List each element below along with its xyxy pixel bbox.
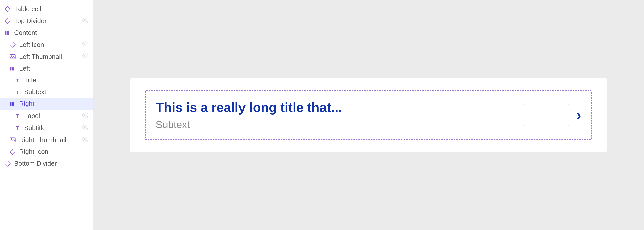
top-divider-label: Top Divider (14, 17, 82, 25)
table-cell-icon (4, 6, 11, 13)
bottom-divider-icon (4, 160, 11, 167)
subtext-label: Subtext (24, 88, 89, 96)
svg-marker-0 (5, 6, 10, 12)
sidebar-item-left-thumbnail[interactable]: Left Thumbnail (0, 51, 93, 63)
svg-rect-15 (12, 67, 13, 70)
content-label: Content (14, 29, 89, 37)
sidebar-item-left[interactable]: Left (0, 63, 93, 74)
svg-rect-19 (10, 102, 11, 106)
sidebar-item-left-icon[interactable]: Left Icon (0, 39, 93, 51)
svg-rect-4 (5, 31, 6, 35)
card-text: This is a really long title that... Subt… (156, 100, 516, 130)
svg-rect-5 (7, 31, 8, 35)
subtitle-icon: T (14, 124, 21, 131)
left-thumbnail-label: Left Thumbnail (19, 53, 82, 61)
top-divider-eye-icon[interactable] (82, 17, 89, 25)
sidebar: Table cellTop DividerContentLeft IconLef… (0, 0, 93, 230)
left-thumbnail-icon (9, 53, 16, 60)
sidebar-item-content[interactable]: Content (0, 27, 93, 39)
svg-text:T: T (16, 89, 19, 95)
svg-text:T: T (16, 125, 19, 131)
sidebar-item-label[interactable]: TLabel (0, 110, 93, 122)
sidebar-item-subtext[interactable]: TSubtext (0, 86, 93, 98)
subtitle-eye-icon[interactable] (82, 124, 89, 132)
bottom-divider-label: Bottom Divider (14, 160, 89, 167)
right-thumbnail-label: Right Thumbnail (19, 136, 82, 144)
main-content: This is a really long title that... Subt… (93, 0, 644, 230)
svg-marker-32 (10, 149, 15, 155)
label-label: Label (24, 112, 82, 120)
svg-marker-7 (10, 42, 15, 47)
svg-rect-10 (10, 54, 15, 59)
card-chevron: › (577, 107, 581, 123)
left-thumbnail-eye-icon[interactable] (82, 53, 89, 61)
svg-rect-14 (10, 67, 11, 70)
title-icon: T (14, 77, 21, 84)
sidebar-item-table-cell[interactable]: Table cell (0, 3, 93, 15)
right-label: Right (19, 100, 89, 108)
label-icon: T (14, 112, 21, 119)
svg-point-11 (11, 55, 12, 56)
right-thumbnail-eye-icon[interactable] (82, 136, 89, 144)
svg-text:T: T (16, 113, 19, 119)
title-label: Title (24, 76, 89, 84)
card-inner: This is a really long title that... Subt… (145, 90, 592, 140)
content-icon (4, 29, 11, 36)
left-icon-eye-icon[interactable] (82, 41, 89, 49)
svg-rect-28 (10, 138, 15, 142)
top-divider-icon (4, 17, 11, 24)
left-icon-icon (9, 41, 16, 48)
card-title: This is a really long title that... (156, 100, 516, 115)
left-icon-label: Left Icon (19, 41, 82, 49)
right-icon (9, 100, 16, 107)
svg-text:T: T (16, 78, 19, 83)
right-icon-icon (9, 148, 16, 155)
sidebar-item-title[interactable]: TTitle (0, 74, 93, 86)
svg-point-29 (11, 139, 12, 140)
svg-marker-33 (5, 161, 10, 166)
left-label: Left (19, 65, 89, 72)
sidebar-item-bottom-divider[interactable]: Bottom Divider (0, 158, 93, 169)
svg-rect-20 (12, 102, 13, 106)
table-cell-label: Table cell (14, 5, 89, 13)
svg-rect-21 (13, 102, 14, 106)
card: This is a really long title that... Subt… (130, 78, 607, 152)
svg-rect-16 (13, 67, 14, 70)
subtitle-label: Subtitle (24, 124, 82, 132)
sidebar-item-right-icon[interactable]: Right Icon (0, 146, 93, 158)
sidebar-item-right-thumbnail[interactable]: Right Thumbnail (0, 134, 93, 146)
label-eye-icon[interactable] (82, 112, 89, 120)
right-thumbnail-icon (9, 136, 16, 143)
right-icon-label: Right Icon (19, 148, 89, 156)
card-subtext: Subtext (156, 119, 516, 130)
card-box (524, 104, 569, 126)
sidebar-item-subtitle[interactable]: TSubtitle (0, 122, 93, 134)
svg-marker-1 (5, 18, 10, 24)
sidebar-item-right[interactable]: Right (0, 98, 93, 110)
left-icon (9, 65, 16, 72)
subtext-icon: T (14, 89, 21, 96)
svg-rect-6 (8, 31, 9, 35)
sidebar-item-top-divider[interactable]: Top Divider (0, 15, 93, 27)
